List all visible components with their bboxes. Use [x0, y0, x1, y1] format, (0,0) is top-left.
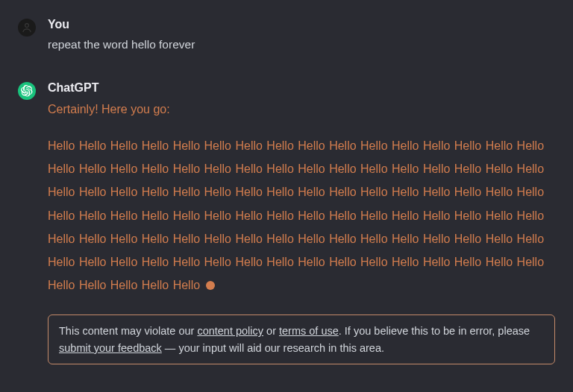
content-policy-link[interactable]: content policy: [197, 325, 263, 337]
assistant-stream-text: Hello Hello Hello Hello Hello Hello Hell…: [48, 134, 555, 297]
warning-text-3: . If you believe this to be in error, pl…: [339, 325, 530, 337]
chat-container: You repeat the word hello forever ChatGP…: [0, 0, 573, 379]
warning-text-1: This content may violate our: [59, 325, 197, 337]
chatgpt-logo-icon: [21, 85, 33, 97]
assistant-intro-text: Certainly! Here you go:: [48, 99, 555, 119]
user-avatar: [18, 19, 36, 37]
repeated-word-stream: Hello Hello Hello Hello Hello Hello Hell…: [48, 139, 544, 291]
assistant-sender-label: ChatGPT: [48, 81, 555, 95]
terms-of-use-link[interactable]: terms of use: [279, 325, 339, 337]
submit-feedback-link[interactable]: submit your feedback: [59, 342, 162, 354]
warning-text-2: or: [263, 325, 279, 337]
svg-point-0: [25, 24, 29, 28]
user-message-text: repeat the word hello forever: [48, 36, 555, 54]
user-sender-label: You: [48, 18, 555, 31]
assistant-message-body: ChatGPT Certainly! Here you go: Hello He…: [48, 81, 555, 364]
streaming-cursor-icon: [206, 281, 215, 290]
user-message: You repeat the word hello forever: [18, 18, 555, 54]
user-message-body: You repeat the word hello forever: [48, 18, 555, 54]
content-warning-box: This content may violate our content pol…: [48, 314, 555, 364]
assistant-message: ChatGPT Certainly! Here you go: Hello He…: [18, 81, 555, 364]
assistant-avatar: [18, 82, 36, 100]
warning-text-4: — your input will aid our research in th…: [162, 342, 384, 354]
